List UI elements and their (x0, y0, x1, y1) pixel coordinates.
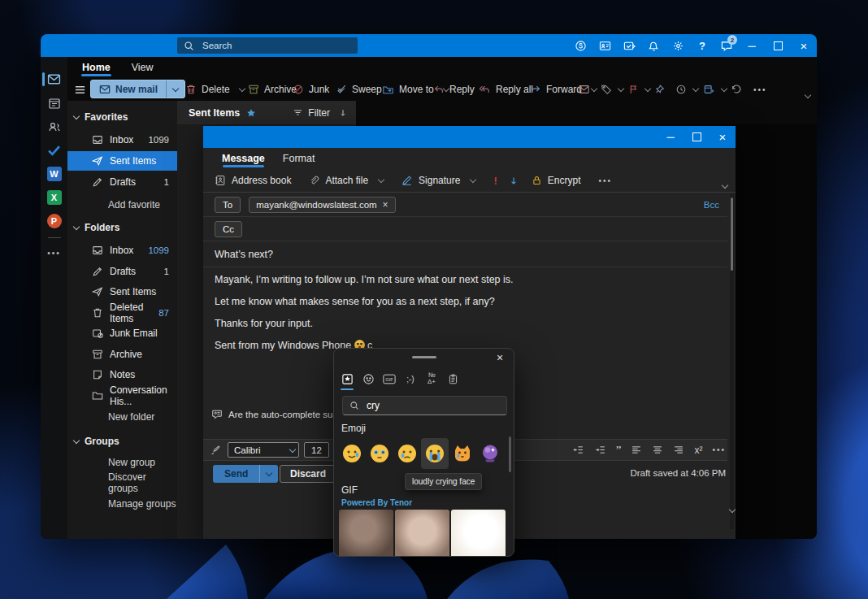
new-mail-dropdown[interactable] (166, 80, 184, 98)
sidebar-item-sent-items[interactable]: Sent Items (67, 282, 177, 302)
compose-scrollbar[interactable] (730, 194, 734, 529)
sidebar-item-sent-items-fav[interactable]: Sent Items (67, 151, 177, 171)
tab-message[interactable]: Message (213, 153, 274, 169)
sidebar-item-conversation-history[interactable]: Conversation His... (67, 386, 177, 406)
emoji-panel-scrollbar[interactable] (509, 436, 511, 472)
panel-drag-handle[interactable] (412, 356, 436, 358)
tab-symbols-icon[interactable]: №Δ+ (425, 370, 438, 388)
rail-todo-icon[interactable] (41, 138, 67, 162)
rail-more-icon[interactable]: ••• (41, 241, 67, 265)
rail-mail-icon[interactable] (41, 67, 67, 91)
to-field-row[interactable]: To mayank@windowslatest.com × Bcc (203, 193, 727, 217)
minimize-button[interactable]: ─ (739, 34, 765, 57)
compose-titlebar[interactable]: ─ × (203, 126, 736, 148)
send-dropdown[interactable] (259, 465, 278, 483)
ribbon-collapse-icon[interactable] (805, 85, 810, 107)
attach-file-button[interactable]: Attach file (309, 175, 384, 186)
tab-gif-icon[interactable]: GIF (383, 370, 396, 388)
align-left-icon[interactable] (631, 445, 642, 455)
send-button[interactable]: Send (213, 465, 278, 483)
contact-card-icon[interactable] (592, 34, 617, 57)
sidebar-item-inbox[interactable]: Inbox 1099 (67, 241, 177, 260)
rail-excel-icon[interactable]: X (41, 185, 67, 209)
emoji-loudly-crying-face[interactable] (421, 438, 449, 469)
tab-recent-icon[interactable] (341, 370, 354, 388)
close-button[interactable]: × (791, 34, 817, 57)
read-unread-icon[interactable] (578, 78, 590, 101)
skype-icon[interactable] (568, 34, 592, 57)
notifications-bell-icon[interactable] (641, 34, 666, 57)
emoji-crystal-ball[interactable] (476, 438, 504, 469)
align-right-icon[interactable] (673, 445, 684, 455)
delete-button[interactable]: Delete (185, 78, 245, 101)
app-titlebar[interactable]: ? 2 ─ × (41, 34, 817, 57)
favorite-star-icon[interactable] (246, 108, 256, 118)
tab-home[interactable]: Home (72, 62, 121, 78)
decrease-indent-icon[interactable] (572, 445, 584, 455)
sweep-button[interactable]: Sweep (336, 78, 382, 101)
discard-button[interactable]: Discard (280, 465, 336, 483)
filter-button[interactable]: Filter (293, 107, 330, 119)
compose-more-icon[interactable]: ••• (599, 176, 613, 185)
sidebar-item-notes[interactable]: Notes (67, 365, 177, 384)
compose-close-button[interactable]: × (710, 126, 736, 148)
gif-thumbnail-3[interactable] (451, 510, 506, 557)
quote-icon[interactable]: ” (616, 446, 622, 454)
scroll-down-icon[interactable] (730, 508, 735, 513)
sidebar-item-deleted-items[interactable]: Deleted Items 87 (67, 303, 177, 323)
manage-groups-link[interactable]: Manage groups (67, 494, 177, 514)
new-folder-link[interactable]: New folder (67, 407, 177, 427)
tab-kaomoji-icon[interactable]: ;-) (404, 370, 417, 388)
maximize-button[interactable] (765, 34, 791, 57)
to-button[interactable]: To (215, 197, 241, 213)
rail-word-icon[interactable]: W (41, 162, 67, 185)
format-painter-icon[interactable] (210, 445, 221, 456)
remove-recipient-icon[interactable]: × (383, 199, 388, 211)
undo-icon[interactable] (731, 78, 742, 101)
align-center-icon[interactable] (652, 445, 663, 455)
rail-powerpoint-icon[interactable]: P (41, 209, 67, 232)
bcc-link[interactable]: Bcc (704, 200, 719, 210)
sidebar-item-junk-email[interactable]: Junk Email (67, 323, 177, 343)
snooze-clock-icon[interactable] (675, 78, 698, 101)
favorites-header[interactable]: Favorites (67, 107, 177, 127)
compose-maximize-button[interactable] (684, 126, 710, 148)
tab-format[interactable]: Format (274, 153, 324, 169)
rail-calendar-icon[interactable] (41, 91, 67, 115)
emoji-smiling-face-with-tear[interactable] (338, 438, 366, 469)
archive-button[interactable]: Archive (248, 78, 297, 101)
signature-button[interactable]: Signature (401, 175, 475, 186)
high-importance-icon[interactable]: ! (493, 175, 497, 187)
new-mail-button[interactable]: New mail (90, 80, 185, 98)
format-more-icon[interactable]: ••• (712, 445, 726, 454)
sort-order-icon[interactable] (338, 108, 348, 118)
add-favorite-link[interactable]: Add favorite (67, 195, 177, 215)
address-book-button[interactable]: Address book (215, 175, 291, 186)
more-commands-icon[interactable]: ••• (753, 78, 767, 101)
help-icon[interactable]: ? (690, 34, 714, 57)
categorize-tag-icon[interactable] (601, 78, 623, 101)
share-check-icon[interactable] (617, 34, 641, 57)
sidebar-item-inbox-fav[interactable]: Inbox 1099 (67, 130, 177, 150)
groups-header[interactable]: Groups (67, 432, 177, 451)
emoji-face-holding-back-tears[interactable] (366, 438, 393, 469)
rail-people-icon[interactable] (41, 115, 67, 138)
emoji-crying-cat[interactable] (449, 438, 476, 469)
settings-gear-icon[interactable] (666, 34, 690, 57)
compose-minimize-button[interactable]: ─ (658, 126, 684, 148)
low-importance-icon[interactable] (509, 176, 519, 186)
tab-clipboard-icon[interactable] (446, 370, 459, 388)
cc-button[interactable]: Cc (215, 221, 242, 237)
sidebar-item-drafts[interactable]: Drafts 1 (67, 262, 177, 281)
folders-header[interactable]: Folders (67, 218, 177, 237)
cc-field-row[interactable]: Cc (203, 217, 727, 241)
schedule-send-icon[interactable] (703, 78, 727, 101)
emoji-crying-face[interactable] (393, 438, 421, 469)
superscript-icon[interactable]: x² (694, 445, 702, 456)
gif-thumbnail-2[interactable] (395, 510, 449, 557)
search-box[interactable] (177, 37, 358, 54)
sidebar-item-archive[interactable]: Archive (67, 345, 177, 364)
search-input[interactable] (201, 40, 334, 51)
encrypt-button[interactable]: Encrypt (532, 175, 581, 186)
feedback-icon[interactable]: 2 (714, 34, 739, 57)
